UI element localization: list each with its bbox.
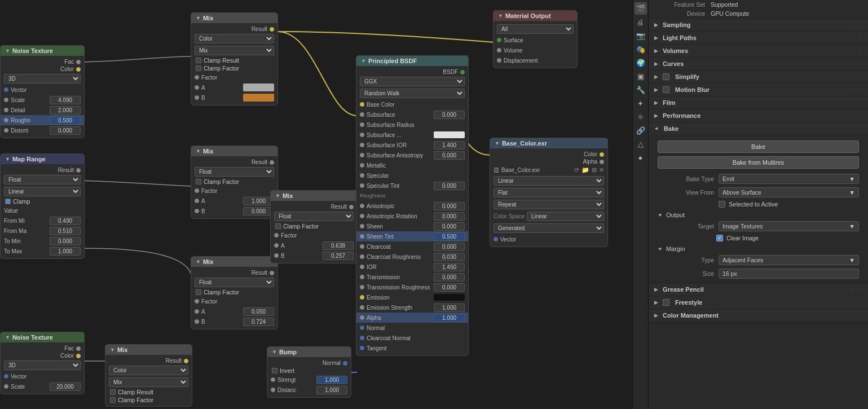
basecolor-header[interactable]: ▼ Base_Color.exr: [490, 138, 607, 148]
result-socket-m1[interactable]: [270, 27, 274, 32]
collapse-arrow-pbsdf[interactable]: ▼: [361, 58, 366, 64]
output-icon[interactable]: 🖨: [635, 16, 647, 28]
a-input-m3[interactable]: 0.050: [243, 307, 274, 316]
view-from-dropdown[interactable]: Above Surface ▼: [719, 187, 859, 197]
bsdf-socket[interactable]: [460, 70, 465, 74]
subsurface-radius-socket[interactable]: [360, 122, 364, 127]
spec-tint-socket[interactable]: [360, 183, 364, 188]
mix-select-m4[interactable]: Mix: [109, 377, 188, 387]
alpha-socket[interactable]: [360, 315, 364, 320]
volumes-header[interactable]: ▶ Volumes ⋮⋮: [649, 45, 868, 57]
subsurface-input[interactable]: 0.000: [434, 111, 465, 119]
curves-header[interactable]: ▶ Curves ⋮⋮: [649, 58, 868, 70]
collapse-arrow-m1[interactable]: ▼: [196, 15, 201, 21]
scene-icon[interactable]: 🎭: [635, 43, 647, 55]
mix3-header[interactable]: ▼ Mix: [191, 257, 277, 267]
selected-to-active-cb[interactable]: [719, 201, 725, 208]
b-socket-m5[interactable]: [274, 253, 279, 258]
node-noise-header-1[interactable]: ▼ Noise Texture: [1, 46, 84, 56]
vector-socket[interactable]: [4, 87, 8, 92]
freestyle-header[interactable]: ▶ Freestyle: [649, 296, 868, 309]
em-strength-socket[interactable]: [360, 305, 364, 310]
float-select-m2[interactable]: Float: [195, 167, 274, 177]
color-select-m1[interactable]: Color: [195, 34, 274, 43]
mix-select-m1[interactable]: Mix: [195, 46, 274, 55]
em-strength-input[interactable]: 1.000: [434, 304, 465, 312]
linear-select-mr[interactable]: Linear: [4, 187, 81, 196]
aniso-input[interactable]: 0.000: [434, 202, 465, 210]
folder-icon[interactable]: 📁: [581, 166, 589, 174]
mix1-header[interactable]: ▼ Mix: [191, 13, 277, 23]
sampling-header[interactable]: ▶ Sampling ⋮⋮: [649, 19, 868, 31]
float-select-m3[interactable]: Float: [195, 278, 274, 287]
color-select-m4[interactable]: Color: [109, 366, 188, 375]
motion-blur-header[interactable]: ▶ Motion Blur ⋮⋮: [649, 83, 868, 96]
scale-socket[interactable]: [4, 98, 8, 102]
noise-type-select-1[interactable]: 3D4D: [4, 74, 81, 83]
sheen-tint-input[interactable]: 0.500: [434, 232, 465, 241]
color-socket-bc[interactable]: [600, 152, 604, 157]
collapse-arrow-m2[interactable]: ▼: [196, 148, 201, 154]
clearcoat-socket[interactable]: [360, 244, 364, 249]
bake-type-dropdown[interactable]: Emit ▼: [719, 174, 859, 184]
cm-header[interactable]: ▶ Color Management: [649, 309, 868, 322]
collapse-arrow-m5[interactable]: ▼: [275, 193, 280, 199]
subs-aniso-input[interactable]: 0.000: [434, 151, 465, 160]
scale-socket-2[interactable]: [4, 384, 8, 389]
subs-ior-socket[interactable]: [360, 143, 364, 147]
fac-socket[interactable]: [76, 60, 81, 64]
float-select-mr[interactable]: Float: [4, 175, 81, 184]
all-select[interactable]: All: [497, 24, 574, 34]
factor-socket-m1[interactable]: [195, 75, 199, 80]
clamp-factor-cb-m5[interactable]: [275, 223, 281, 229]
fac-socket-2[interactable]: [76, 346, 81, 351]
physics-icon[interactable]: ⚛: [635, 111, 647, 123]
repeat-select-bc[interactable]: Repeat: [494, 200, 604, 209]
linear-select-bc[interactable]: Linear: [494, 176, 604, 186]
object-icon[interactable]: ▣: [635, 70, 647, 82]
mix2-header[interactable]: ▼ Mix: [191, 146, 277, 156]
b-socket-m3[interactable]: [195, 319, 199, 324]
bump-header[interactable]: ▼ Bump: [267, 347, 351, 357]
normal-socket-bump[interactable]: [343, 361, 347, 366]
a-socket-m2[interactable]: [195, 199, 199, 203]
collapse-arrow[interactable]: ▼: [5, 48, 10, 54]
target-dropdown[interactable]: Image Textures ▼: [719, 221, 859, 231]
close-icon-bc[interactable]: ✕: [599, 166, 604, 174]
bake-from-multires-button[interactable]: Bake from Multires: [658, 156, 859, 169]
volume-socket[interactable]: [497, 48, 501, 52]
motion-blur-cb[interactable]: [663, 86, 669, 93]
generated-select-bc[interactable]: Generated: [494, 223, 604, 233]
alpha-socket-bc[interactable]: [600, 160, 604, 164]
simplify-cb[interactable]: [663, 73, 669, 80]
surface-socket[interactable]: [497, 38, 501, 42]
clamp-checkbox[interactable]: [5, 199, 11, 204]
clearcoat-input[interactable]: 0.000: [434, 243, 465, 251]
material-icon[interactable]: ●: [635, 151, 647, 164]
ior-input[interactable]: 1.450: [434, 263, 465, 271]
from-max-input[interactable]: 0.510: [50, 227, 81, 235]
b-input-m3[interactable]: 0.724: [243, 318, 274, 326]
maprange-header[interactable]: ▼ Map Range: [1, 154, 84, 164]
clamp-result-cb-m1[interactable]: [196, 58, 201, 63]
trans-input[interactable]: 0.000: [434, 273, 465, 282]
aniso-socket[interactable]: [360, 204, 364, 208]
rw-select[interactable]: Random Walk: [360, 89, 465, 98]
strength-socket-bump[interactable]: [271, 377, 275, 382]
modifier-icon[interactable]: 🔧: [635, 83, 647, 96]
roughness-input[interactable]: 0.500: [50, 116, 81, 125]
subsurface-color-socket[interactable]: [360, 133, 364, 137]
mix4-header[interactable]: ▼ Mix: [105, 345, 192, 355]
result-socket-mr[interactable]: [76, 168, 81, 173]
ggx-select[interactable]: GGX: [360, 77, 465, 86]
result-socket-m3[interactable]: [270, 271, 274, 275]
grid-icon[interactable]: ⊞: [592, 166, 597, 174]
distance-socket-bump[interactable]: [271, 388, 275, 392]
aniso-rot-socket[interactable]: [360, 214, 364, 218]
clamp-factor-cb-m1[interactable]: [196, 65, 201, 71]
grease-pencil-header[interactable]: ▶ Grease Pencil ⋮⋮: [649, 283, 868, 296]
factor-socket-m3[interactable]: [195, 299, 199, 304]
pbsdf-header[interactable]: ▼ Principled BSDF: [356, 56, 468, 66]
b-input-m2[interactable]: 0.000: [243, 207, 274, 216]
collapse-arrow-bump[interactable]: ▼: [272, 349, 277, 355]
